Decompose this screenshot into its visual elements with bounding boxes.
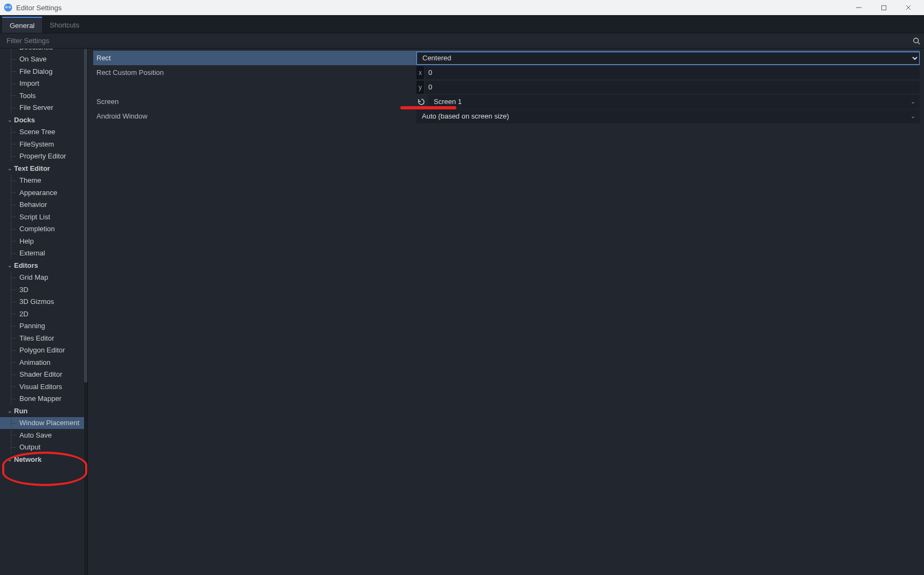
tree-item-auto-save[interactable]: Auto Save <box>0 429 84 441</box>
tree-item-on-save[interactable]: On Save <box>0 53 84 66</box>
rect-custom-x-input[interactable] <box>425 66 920 79</box>
tree-label: Network <box>14 455 41 463</box>
chevron-down-icon: ⌄ <box>8 117 12 123</box>
tree-label: Scene Tree <box>19 128 55 136</box>
property-row-rect: Rect Centered <box>93 51 920 65</box>
tree-label: 2D <box>19 310 29 318</box>
screen-dropdown[interactable]: Screen 1 ⌄ <box>428 95 920 109</box>
tree-label: Tiles Editor <box>19 334 54 342</box>
tree-item-file-dialog[interactable]: File Dialog <box>0 65 84 78</box>
tree-item-polygon-editor[interactable]: Polygon Editor <box>0 344 84 357</box>
tree-item-visual-editors[interactable]: Visual Editors <box>0 380 84 393</box>
tree-label: Auto Save <box>19 431 52 439</box>
rect-dropdown[interactable]: Centered <box>416 52 920 65</box>
tree-label: Import <box>19 79 39 87</box>
tree-item-behavior[interactable]: Behavior <box>0 199 84 211</box>
property-row-screen: Screen Screen 1 ⌄ <box>93 94 920 109</box>
vec2-y-label: y <box>416 81 424 94</box>
tree-label: Grid Map <box>19 273 48 281</box>
tabstrip: General Shortcuts <box>0 15 924 33</box>
search-icon[interactable] <box>909 37 924 45</box>
tree-item-shader-editor[interactable]: Shader Editor <box>0 369 84 381</box>
reset-icon[interactable] <box>416 98 426 106</box>
tree-label: Directories <box>19 49 53 51</box>
tree-item-appearance[interactable]: Appearance <box>0 186 84 199</box>
property-label-rect-custom-position: Rect Custom Position <box>93 68 416 77</box>
tree-label: Help <box>19 237 34 245</box>
tree-item-output[interactable]: Output <box>0 441 84 454</box>
tab-general-label: General <box>10 22 34 30</box>
tree-item-window-placement[interactable]: Window Placement <box>0 417 84 429</box>
tree-item-completion[interactable]: Completion <box>0 223 84 235</box>
tree-item-file-server[interactable]: File Server <box>0 102 84 114</box>
tree-item-directories[interactable]: Directories <box>0 49 84 53</box>
tree-category-network[interactable]: ⌄Network <box>0 453 84 466</box>
sidebar-scrollbar[interactable] <box>84 49 87 575</box>
android-window-dropdown[interactable]: Auto (based on screen size) ⌄ <box>416 109 920 123</box>
tab-shortcuts[interactable]: Shortcuts <box>42 17 87 33</box>
property-row-android-window: Android Window Auto (based on screen siz… <box>93 109 920 123</box>
tree-item-3d[interactable]: 3D <box>0 283 84 296</box>
property-panel: Rect Centered Rect Custom Position x y <box>88 49 924 575</box>
tree-label: Run <box>14 407 27 415</box>
tree-category-docks[interactable]: ⌄Docks <box>0 114 84 126</box>
filter-input[interactable] <box>0 37 909 45</box>
svg-point-9 <box>914 38 919 43</box>
window-title: Editor Settings <box>16 4 62 12</box>
tree-item-help[interactable]: Help <box>0 235 84 247</box>
tree-item-animation[interactable]: Animation <box>0 356 84 369</box>
tree-label: FileSystem <box>19 140 54 148</box>
tree-item-script-list[interactable]: Script List <box>0 211 84 223</box>
tree-label: Tools <box>19 92 36 100</box>
tree-label: Panning <box>19 322 45 330</box>
tree-item-2d[interactable]: 2D <box>0 308 84 320</box>
tab-general[interactable]: General <box>2 17 42 33</box>
tree-label: Docks <box>14 116 35 124</box>
tree-item-scene-tree[interactable]: Scene Tree <box>0 126 84 138</box>
tree-item-3d-gizmos[interactable]: 3D Gizmos <box>0 296 84 308</box>
tree-label: Script List <box>19 213 50 221</box>
tree-category-editors[interactable]: ⌄Editors <box>0 259 84 272</box>
tree-item-tiles-editor[interactable]: Tiles Editor <box>0 332 84 344</box>
chevron-down-icon: ⌄ <box>8 165 12 171</box>
settings-tree-sidebar: DirectoriesOn SaveFile DialogImportTools… <box>0 49 88 575</box>
svg-point-4 <box>9 6 10 8</box>
property-row-rect-custom-position-y: y <box>93 80 920 94</box>
chevron-down-icon: ⌄ <box>911 113 915 120</box>
property-label-android-window: Android Window <box>93 112 416 120</box>
tree-item-bone-mapper[interactable]: Bone Mapper <box>0 393 84 405</box>
close-button[interactable] <box>896 0 921 15</box>
tree-item-external[interactable]: External <box>0 247 84 260</box>
tree-label: Animation <box>19 358 51 366</box>
property-label-screen: Screen <box>93 98 416 106</box>
tree-label: Editors <box>14 261 38 269</box>
minimize-button[interactable] <box>846 0 871 15</box>
svg-line-10 <box>918 42 920 44</box>
tree-label: Theme <box>19 176 41 184</box>
tree-item-import[interactable]: Import <box>0 78 84 90</box>
tree-item-tools[interactable]: Tools <box>0 89 84 102</box>
tab-shortcuts-label: Shortcuts <box>50 21 79 29</box>
tree-item-grid-map[interactable]: Grid Map <box>0 272 84 284</box>
tree-label: Behavior <box>19 200 47 209</box>
tree-label: Shader Editor <box>19 370 62 378</box>
tree-item-property-editor[interactable]: Property Editor <box>0 150 84 163</box>
maximize-button[interactable] <box>871 0 896 15</box>
chevron-down-icon: ⌄ <box>8 262 12 268</box>
chevron-down-icon: ⌄ <box>8 408 12 414</box>
tree-category-run[interactable]: ⌄Run <box>0 405 84 417</box>
tree-item-filesystem[interactable]: FileSystem <box>0 138 84 150</box>
chevron-down-icon: ⌄ <box>911 98 915 105</box>
android-window-dropdown-value: Auto (based on screen size) <box>422 112 509 120</box>
tree-label: Appearance <box>19 189 57 197</box>
rect-custom-y-input[interactable] <box>425 81 920 94</box>
tree-label: 3D Gizmos <box>19 297 54 306</box>
svg-rect-6 <box>881 5 886 10</box>
tree-item-panning[interactable]: Panning <box>0 320 84 332</box>
godot-logo-icon <box>3 3 13 12</box>
tree-label: Property Editor <box>19 152 66 160</box>
tree-item-theme[interactable]: Theme <box>0 175 84 187</box>
tree-label: Completion <box>19 225 55 233</box>
tree-category-text-editor[interactable]: ⌄Text Editor <box>0 162 84 175</box>
tree-label: Bone Mapper <box>19 394 61 403</box>
